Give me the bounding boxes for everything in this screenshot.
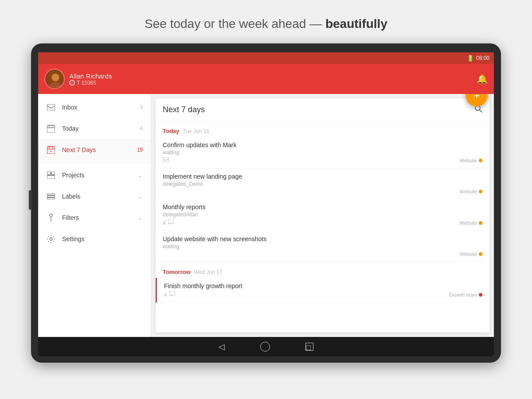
task-title: Finish monthly growth report <box>164 282 482 289</box>
sidebar-count-next7days: 19 <box>137 147 143 153</box>
tomorrow-date: Wed Jun 17 <box>194 269 223 275</box>
device-screen: 🔋 08:00 Allan Richards ✓ T 15065 <box>38 52 494 356</box>
next7days-icon: + <box>46 145 56 155</box>
svg-rect-16 <box>51 172 55 175</box>
task-title: Update website with new screenshots <box>163 235 482 243</box>
sidebar-item-label-filters: Filters <box>62 214 137 221</box>
sidebar-item-label-next7days: Next 7 Days <box>62 146 137 153</box>
checkmark-icon: ✓ <box>69 80 75 86</box>
task-item-growth-report[interactable]: Finish monthly growth report 4 Growth t <box>156 278 489 303</box>
today-date: Tue Jun 16 <box>183 128 209 134</box>
nav-recents-button[interactable]: □ <box>305 343 313 351</box>
project-dot <box>479 252 482 256</box>
tomorrow-label: Tomorrow <box>163 269 191 275</box>
task-meta: 4 Website <box>163 219 482 226</box>
task-subtitle: waiting <box>163 149 482 156</box>
battery-icon: 🔋 <box>467 55 474 62</box>
filters-icon <box>46 213 56 223</box>
svg-point-3 <box>52 74 59 81</box>
sidebar-item-filters[interactable]: Filters ⌄ <box>38 207 151 228</box>
comment-icon <box>168 219 174 226</box>
task-project-confirm: Website <box>459 158 482 163</box>
task-item-landing-page[interactable]: Implement new landing page delegated_Dav… <box>156 168 489 199</box>
project-dot <box>479 159 482 162</box>
sidebar-divider-1 <box>38 162 151 163</box>
task-panel: Next 7 days Today Tue Jun 16 <box>156 98 489 332</box>
date-header-today: Today Tue Jun 16 <box>156 121 489 137</box>
status-bar: 🔋 08:00 <box>38 52 494 64</box>
svg-rect-5 <box>47 125 55 133</box>
project-name: Website <box>459 220 477 226</box>
user-name: Allan Richards <box>69 72 112 80</box>
avatar-image <box>45 70 65 89</box>
task-title: Confirm updates with Mark <box>163 141 482 149</box>
task-panel-title: Next 7 days <box>163 105 474 114</box>
sidebar-item-projects[interactable]: Projects ⌄ <box>38 164 151 186</box>
task-icons-monthly: 4 <box>163 219 174 226</box>
count-badge: 4 <box>164 292 167 298</box>
tagline-text: See today or the week ahead — <box>145 17 325 31</box>
today-icon <box>46 124 56 133</box>
project-name: Website <box>459 158 477 163</box>
task-meta: 4 Growth team <box>164 291 482 298</box>
sidebar-count-inbox: 3 <box>140 104 143 110</box>
task-project-monthly: Website <box>459 220 482 226</box>
nav-back-button[interactable]: ◁ <box>219 342 225 352</box>
device-frame: 🔋 08:00 Allan Richards ✓ T 15065 <box>31 43 501 363</box>
filters-chevron-icon: ⌄ <box>137 214 143 221</box>
projects-chevron-icon: ⌄ <box>137 172 143 179</box>
task-list: Today Tue Jun 16 Confirm updates with Ma… <box>156 121 489 332</box>
sidebar: Inbox 3 Today 4 + Next 7 Days <box>38 94 151 337</box>
content-area: + Next 7 days Today <box>151 94 494 337</box>
task-item-monthly-reports[interactable]: Monthly reports delegatedAllan 4 <box>156 199 489 231</box>
settings-icon <box>46 234 56 244</box>
sidebar-item-today[interactable]: Today 4 <box>38 118 151 139</box>
svg-rect-28 <box>169 291 175 295</box>
task-icons-growth: 4 <box>164 291 175 298</box>
sidebar-count-today: 4 <box>140 125 143 132</box>
count-badge: 4 <box>163 220 166 226</box>
svg-text:+: + <box>50 150 52 153</box>
svg-line-25 <box>480 110 482 113</box>
task-item-screenshots[interactable]: Update website with new screenshots wait… <box>156 231 489 262</box>
nav-home-button[interactable]: ○ <box>260 342 270 352</box>
task-meta: Website <box>163 189 482 194</box>
sidebar-item-next7days[interactable]: + Next 7 Days 19 <box>38 139 151 160</box>
project-dot <box>479 293 482 297</box>
notification-bell[interactable]: 🔔 <box>477 74 488 84</box>
project-name: Website <box>459 189 477 194</box>
sidebar-item-label-today: Today <box>62 125 140 132</box>
svg-rect-15 <box>47 176 55 179</box>
task-title: Monthly reports <box>163 203 482 211</box>
tagline: See today or the week ahead — beautifull… <box>145 17 387 31</box>
task-subtitle: waiting <box>163 243 482 250</box>
sidebar-item-label-projects: Projects <box>62 172 137 179</box>
svg-rect-26 <box>163 157 169 162</box>
sidebar-item-labels[interactable]: Labels ⌄ <box>38 186 151 207</box>
task-project-growth: Growth team <box>449 292 482 297</box>
user-info: Allan Richards ✓ T 15065 <box>69 72 112 86</box>
device-side-button <box>29 190 32 210</box>
inbox-icon <box>46 102 56 112</box>
sidebar-item-inbox[interactable]: Inbox 3 <box>38 97 151 118</box>
task-item-confirm-updates[interactable]: Confirm updates with Mark waiting Websit… <box>156 137 489 168</box>
bottom-nav: ◁ ○ □ <box>38 337 494 356</box>
project-dot <box>479 190 482 193</box>
task-meta: Website <box>163 157 482 164</box>
task-count-text: T 15065 <box>77 80 96 86</box>
task-subtitle: delegated_David <box>163 181 482 187</box>
task-meta: Website <box>163 251 482 257</box>
svg-rect-4 <box>47 104 55 110</box>
project-dot <box>479 221 482 225</box>
main-layout: Inbox 3 Today 4 + Next 7 Days <box>38 94 494 337</box>
task-panel-header: Next 7 days <box>156 98 489 121</box>
sidebar-item-settings[interactable]: Settings <box>38 228 151 250</box>
sidebar-item-label-inbox: Inbox <box>62 104 140 111</box>
svg-rect-14 <box>47 172 51 175</box>
task-project-screenshots: Website <box>459 251 482 257</box>
svg-rect-27 <box>168 219 174 223</box>
sidebar-item-label-labels: Labels <box>62 193 137 200</box>
app-header: Allan Richards ✓ T 15065 🔔 <box>38 64 494 94</box>
date-header-tomorrow: Tomorrow Wed Jun 17 <box>156 262 489 278</box>
labels-icon <box>46 192 56 201</box>
